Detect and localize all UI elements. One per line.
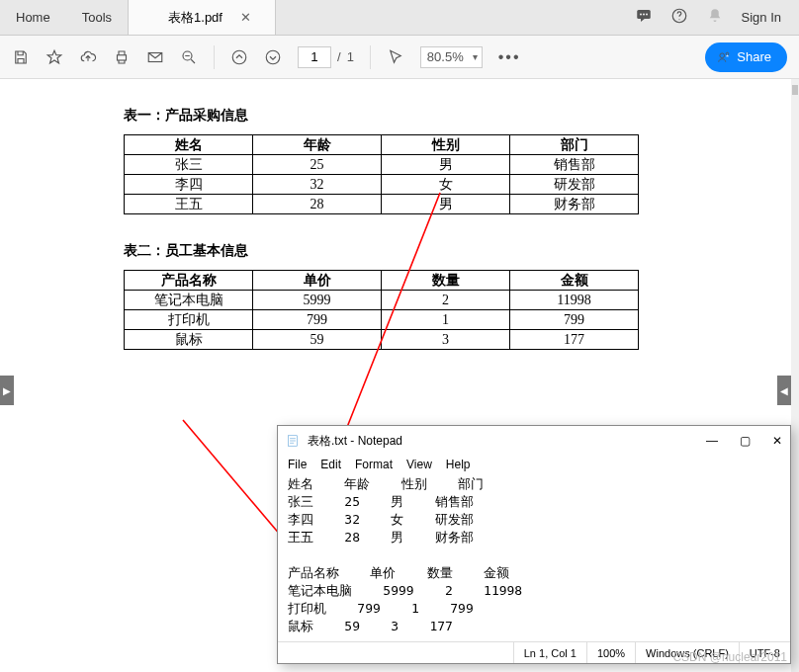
zoom-out-icon[interactable] [180,48,198,66]
page-current-input[interactable] [298,46,331,68]
notepad-app-icon [286,434,300,448]
select-cursor-icon[interactable] [387,48,404,66]
page-total: 1 [347,49,354,64]
menu-edit[interactable]: Edit [320,458,341,471]
svg-point-12 [727,52,730,55]
svg-point-2 [643,14,645,16]
table-row: 李四32女研发部 [125,175,639,195]
menu-view[interactable]: View [406,458,432,471]
tab-document-label: 表格1.pdf [168,9,222,27]
panel-expand-right-icon[interactable]: ◀ [777,376,791,405]
maximize-icon[interactable]: ▢ [740,434,751,448]
zoom-select[interactable]: 80.5% [420,46,483,68]
table-row: 笔记本电脑5999211998 [125,291,639,310]
menu-help[interactable]: Help [446,458,471,471]
toolbar: / 1 80.5% ••• Share [0,36,799,79]
chat-icon[interactable] [635,7,653,28]
sign-in-link[interactable]: Sign In [742,10,781,25]
bell-icon[interactable] [706,7,724,28]
notepad-textarea[interactable]: 姓名 年龄 性别 部门 张三 25 男 销售部 李四 32 女 研发部 王五 2… [278,475,790,641]
close-icon[interactable]: ✕ [240,10,251,25]
status-position: Ln 1, Col 1 [513,642,586,663]
tab-home[interactable]: Home [0,0,66,35]
print-icon[interactable] [113,48,131,66]
more-icon[interactable]: ••• [498,48,521,66]
page-down-icon[interactable] [264,48,282,66]
table-row: 姓名年龄性别部门 [125,135,639,155]
notepad-window: 表格.txt - Notepad — ▢ ✕ File Edit Format … [277,425,791,664]
panel-expand-left-icon[interactable]: ▶ [0,376,14,405]
mail-icon[interactable] [146,48,164,66]
table-row: 打印机7991799 [125,310,639,330]
table-row: 王五28男财务部 [125,195,639,214]
menu-format[interactable]: Format [355,458,393,471]
divider [214,45,215,69]
save-icon[interactable] [12,48,30,66]
table1-title: 表一：产品采购信息 [124,107,761,125]
divider [370,45,371,69]
vertical-scrollbar[interactable] [791,79,799,672]
notepad-title-text: 表格.txt - Notepad [308,433,402,450]
watermark: CSDN @nuclear2011 [672,650,787,664]
star-icon[interactable] [45,48,63,66]
share-button[interactable]: Share [705,42,787,72]
zoom-value: 80.5% [427,49,464,64]
share-label: Share [737,49,771,64]
tab-document[interactable]: 表格1.pdf ✕ [128,0,276,35]
table-row: 产品名称单价数量金额 [125,271,639,291]
tab-tools[interactable]: Tools [66,0,128,35]
page-indicator: / 1 [298,46,354,68]
cloud-upload-icon[interactable] [79,48,97,66]
svg-rect-6 [118,54,127,59]
help-icon[interactable] [670,7,688,28]
table-row: 张三25男销售部 [125,155,639,175]
document-page: 表一：产品采购信息 姓名年龄性别部门 张三25男销售部 李四32女研发部 王五2… [30,107,761,350]
table-row: 鼠标593177 [125,330,639,350]
notepad-menubar: File Edit Format View Help [278,456,790,475]
minimize-icon[interactable]: — [706,434,718,448]
tab-bar: Home Tools 表格1.pdf ✕ Sign In [0,0,799,36]
close-icon[interactable]: ✕ [772,434,782,448]
svg-point-5 [678,19,679,20]
table2: 产品名称单价数量金额 笔记本电脑5999211998 打印机7991799 鼠标… [124,270,639,350]
table1: 姓名年龄性别部门 张三25男销售部 李四32女研发部 王五28男财务部 [124,134,639,214]
status-zoom: 100% [586,642,635,663]
scrollbar-thumb[interactable] [792,85,798,95]
menu-file[interactable]: File [288,458,307,471]
page-up-icon[interactable] [230,48,248,66]
table2-title: 表二：员工基本信息 [124,242,761,260]
notepad-titlebar[interactable]: 表格.txt - Notepad — ▢ ✕ [278,426,790,456]
svg-point-10 [266,50,280,64]
svg-point-1 [640,14,642,16]
page-sep: / [337,49,341,64]
svg-point-3 [646,14,648,16]
svg-point-11 [720,52,725,57]
svg-point-9 [232,50,246,64]
